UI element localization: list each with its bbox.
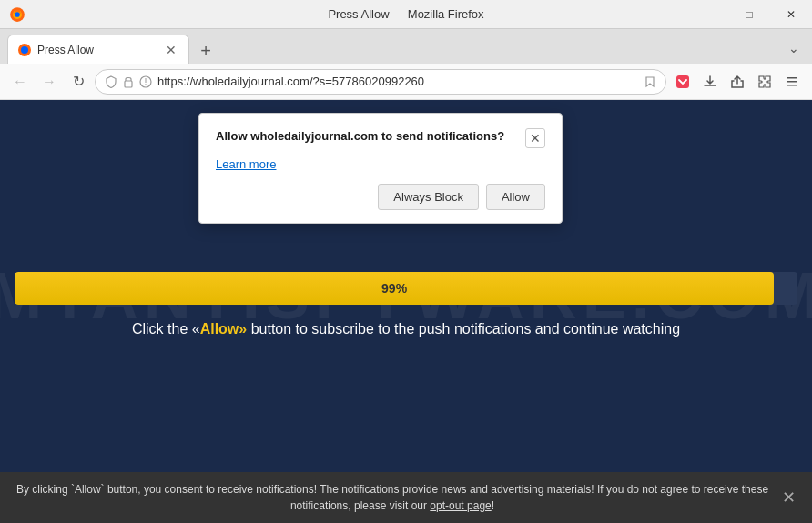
tab-list-button[interactable]: ⌄ — [783, 37, 805, 59]
nav-right-buttons — [670, 69, 805, 95]
tab-close-button[interactable]: ✕ — [163, 42, 179, 58]
forward-button[interactable]: → — [36, 69, 62, 95]
allow-button[interactable]: Allow — [486, 184, 545, 210]
nav-bar: ← → ↻ https://wholedailyjournal.com/?s=5… — [0, 64, 812, 100]
share-button[interactable] — [725, 69, 750, 95]
new-tab-button[interactable]: + — [193, 38, 218, 64]
minimize-button[interactable]: ─ — [686, 0, 728, 29]
url-text: https://wholedailyjournal.com/?s=5778602… — [157, 75, 638, 88]
learn-more-link[interactable]: Learn more — [216, 157, 276, 171]
svg-point-8 — [145, 84, 147, 85]
tab-bar: Press Allow ✕ + ⌄ — [0, 29, 812, 64]
pocket-button[interactable] — [670, 69, 695, 95]
notification-popup: Allow wholedailyjournal.com to send noti… — [198, 113, 563, 224]
notification-permission-icon — [139, 75, 152, 88]
extensions-button[interactable] — [752, 69, 777, 95]
bottom-banner: By clicking `Allow` button, you consent … — [0, 472, 812, 523]
banner-close-button[interactable]: ✕ — [779, 488, 797, 507]
back-button[interactable]: ← — [7, 69, 33, 95]
lock-icon — [123, 75, 134, 88]
svg-rect-10 — [787, 77, 797, 79]
title-bar: Press Allow — Mozilla Firefox ─ □ ✕ — [0, 0, 812, 29]
refresh-button[interactable]: ↻ — [66, 69, 91, 95]
svg-rect-12 — [787, 85, 797, 86]
address-bar[interactable]: https://wholedailyjournal.com/?s=5778602… — [95, 69, 666, 95]
popup-close-button[interactable]: ✕ — [525, 128, 545, 148]
tab-title: Press Allow — [37, 44, 157, 56]
progress-bar: 99% — [15, 272, 774, 305]
maximize-button[interactable]: □ — [728, 0, 770, 29]
window-controls: ─ □ ✕ — [686, 0, 812, 28]
page-instruction: Click the «Allow» button to subscribe to… — [132, 321, 680, 337]
security-icon — [105, 75, 117, 88]
menu-button[interactable] — [779, 69, 805, 95]
tab-favicon-icon — [17, 43, 32, 57]
svg-rect-11 — [787, 81, 797, 83]
svg-rect-9 — [676, 75, 689, 88]
svg-rect-5 — [125, 81, 132, 87]
svg-point-2 — [15, 12, 20, 17]
download-button[interactable] — [697, 69, 723, 95]
firefox-logo-icon — [9, 6, 25, 23]
popup-buttons: Always Block Allow — [216, 184, 545, 210]
popup-title: Allow wholedailyjournal.com to send noti… — [216, 128, 504, 145]
always-block-button[interactable]: Always Block — [378, 184, 479, 210]
opt-out-link[interactable]: opt-out page — [430, 499, 491, 512]
svg-point-4 — [21, 46, 28, 54]
tab-bar-right: ⌄ — [783, 35, 805, 64]
progress-container: 99% — [15, 272, 797, 305]
active-tab[interactable]: Press Allow ✕ — [7, 35, 189, 64]
progress-text: 99% — [381, 281, 407, 296]
banner-text: By clicking `Allow` button, you consent … — [15, 481, 770, 514]
window-title: Press Allow — Mozilla Firefox — [328, 7, 483, 21]
page-content: MYANTISPYWARE.COM 99% Click the «Allow» … — [0, 100, 812, 491]
svg-rect-7 — [146, 78, 147, 83]
popup-header: Allow wholedailyjournal.com to send noti… — [216, 128, 545, 148]
close-button[interactable]: ✕ — [770, 0, 812, 29]
bookmark-icon[interactable] — [644, 75, 656, 88]
